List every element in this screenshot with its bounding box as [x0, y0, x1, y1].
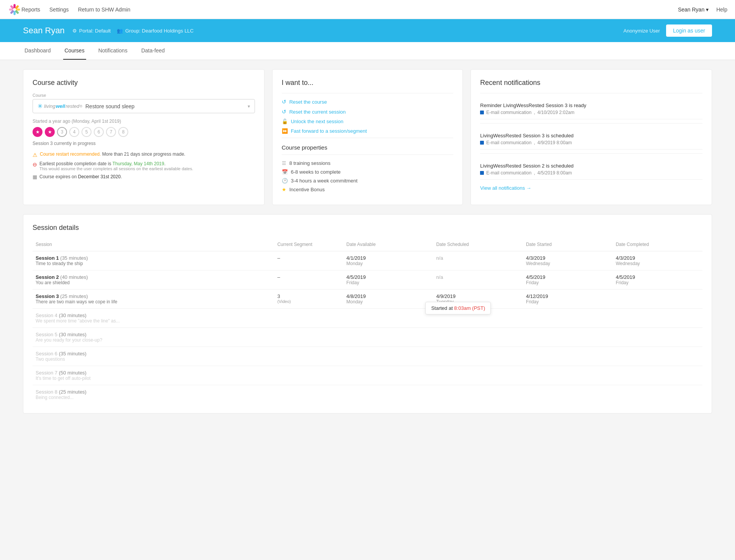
notif-sub-1: E-mail communication, 4/10/2019 2:02am [480, 110, 702, 115]
group-label: Group: Dearfood Holdings LLC [125, 28, 194, 34]
fast-forward-icon: ⏩ [282, 128, 288, 134]
user-menu[interactable]: Sean Ryan ▾ [678, 7, 709, 13]
user-meta: ⚙ Portal: Default 👥 Group: Dearfood Hold… [72, 28, 194, 34]
lwr-living: living [44, 103, 56, 109]
date-started-7 [523, 366, 613, 385]
table-row: Session 7 (50 minutes) It's time to get … [33, 366, 702, 385]
notif-title-2: LivingWessRested Session 3 is scheduled [480, 133, 702, 138]
date-completed-5 [612, 328, 702, 347]
prop-hours: 🕐 3-4 hours a week commitment [282, 178, 454, 184]
anonymize-button[interactable]: Anonymize User [624, 28, 660, 34]
current-segment-1: – [274, 251, 343, 270]
lwr-asterisk-icon: ✳ [38, 103, 42, 110]
current-segment-6 [274, 347, 343, 366]
table-row: Session 5 (30 minutes) Are you ready for… [33, 328, 702, 347]
date-completed-4 [612, 309, 702, 328]
chevron-down-icon: ▾ [706, 7, 709, 13]
reset-session-link[interactable]: ↺ Reset the current session [282, 109, 454, 115]
divider [282, 93, 454, 93]
warning-icon: ⚠ [33, 152, 38, 158]
tab-data-feed[interactable]: Data-feed [140, 42, 166, 60]
star-icon: ★ [282, 187, 286, 192]
date-completed-6 [612, 347, 702, 366]
portal-badge: ⚙ Portal: Default [72, 28, 111, 34]
session-info-2: Session 2 (40 minutes) You are shielded [33, 270, 274, 290]
date-started-6 [523, 347, 613, 366]
nav-return-admin[interactable]: Return to SHW Admin [78, 5, 131, 14]
list-icon: ☰ [282, 160, 286, 166]
table-row: Session 6 (35 minutes) Two questions [33, 347, 702, 366]
date-available-2: 4/5/2019Friday [343, 270, 433, 290]
col-header-date-completed: Date Completed [612, 239, 702, 251]
tab-dashboard[interactable]: Dashboard [23, 42, 52, 60]
expiry-text: Course expires on December 31st 2020. [39, 174, 122, 179]
col-header-current-segment: Current Segment [274, 239, 343, 251]
login-as-user-button[interactable]: Login as user [666, 24, 712, 37]
date-available-4 [343, 309, 433, 328]
step-4: 4 [69, 127, 79, 137]
col-header-date-started: Date Started [523, 239, 613, 251]
email-icon [480, 141, 484, 145]
email-icon [480, 111, 484, 114]
lwr-well: well [56, 103, 65, 109]
divider-2 [282, 138, 454, 138]
top-navigation: Reports Settings Return to SHW Admin Sea… [0, 0, 735, 19]
notif-sub-3: E-mail communication, 4/5/2019 8:00am [480, 170, 702, 176]
lwr-registered: ® [80, 104, 82, 108]
current-segment-7 [274, 366, 343, 385]
date-scheduled-3: 4/9/2019Tuesday Started at 8:03am (PST) [433, 290, 523, 309]
notif-divider-2 [480, 123, 702, 124]
session-info-5: Session 5 (30 minutes) Are you ready for… [33, 328, 274, 347]
divider-3 [282, 155, 454, 155]
user-name: Sean Ryan [678, 7, 704, 13]
prop-weeks: 📅 6-8 weeks to complete [282, 169, 454, 175]
tab-courses[interactable]: Courses [63, 42, 86, 60]
date-available-7 [343, 366, 433, 385]
current-segment-2: – [274, 270, 343, 290]
reset-course-link[interactable]: ↺ Reset the course [282, 99, 454, 105]
group-badge: 👥 Group: Dearfood Holdings LLC [117, 28, 194, 34]
current-segment-5 [274, 328, 343, 347]
help-link[interactable]: Help [716, 7, 727, 13]
date-started-2: 4/5/2019Friday [523, 270, 613, 290]
step-5: 5 [82, 127, 91, 137]
date-available-6 [343, 347, 433, 366]
date-scheduled-2: n/a [433, 270, 523, 290]
view-all-notifications-link[interactable]: View all notifications → [480, 185, 702, 191]
lwr-rested: rested [65, 103, 79, 109]
recent-notifications-card: Recent notifications Reminder LivingWess… [470, 69, 712, 205]
current-segment-4 [274, 309, 343, 328]
date-completed-3 [612, 290, 702, 309]
session-info-7: Session 7 (50 minutes) It's time to get … [33, 366, 274, 385]
warn-restart-text: Course restart recommended. More than 21… [40, 151, 185, 157]
prop-sessions: ☰ 8 training sessions [282, 160, 454, 166]
nav-settings[interactable]: Settings [49, 5, 69, 14]
error-icon: ⊖ [33, 161, 37, 168]
notif-item-1: Reminder LivingWessRested Session 3 is r… [480, 99, 702, 119]
date-started-1: 4/3/2019Wednesday [523, 251, 613, 270]
app-logo [8, 3, 21, 16]
notif-divider-3 [480, 153, 702, 154]
date-started-3: 4/12/2019Friday [523, 290, 613, 309]
nav-reports[interactable]: Reports [21, 5, 40, 14]
portal-label: Portal: Default [79, 28, 111, 34]
notif-divider [480, 93, 702, 93]
current-segment-8 [274, 385, 343, 404]
nav-links: Reports Settings Return to SHW Admin [21, 5, 678, 14]
session-details-card: Session details Session Current Segment … [23, 214, 712, 413]
table-row: Session 1 (35 minutes) Time to steady th… [33, 251, 702, 270]
unlock-session-link[interactable]: 🔓 Unlock the next session [282, 119, 454, 124]
warn-restart: ⚠ Course restart recommended. More than … [33, 151, 255, 158]
notif-item-2: LivingWessRested Session 3 is scheduled … [480, 129, 702, 150]
notif-sub-2: E-mail communication, 4/9/2019 8:00am [480, 140, 702, 145]
user-header-right: Anonymize User Login as user [624, 24, 712, 37]
session-info-3: Session 3 (25 minutes) There are two mai… [33, 290, 274, 309]
date-scheduled-8 [433, 385, 523, 404]
fast-forward-link[interactable]: ⏩ Fast forward to a session/segment [282, 128, 454, 134]
table-row: Session 4 (30 minutes) We spent more tim… [33, 309, 702, 328]
progress-steps: ★ ★ 3 4 5 6 7 8 [33, 127, 255, 137]
notif-title-1: Reminder LivingWessRested Session 3 is r… [480, 103, 702, 108]
tab-notifications[interactable]: Notifications [97, 42, 129, 60]
course-selector[interactable]: ✳ livingwellrested® Restore sound sleep … [33, 99, 255, 113]
date-scheduled-5 [433, 328, 523, 347]
